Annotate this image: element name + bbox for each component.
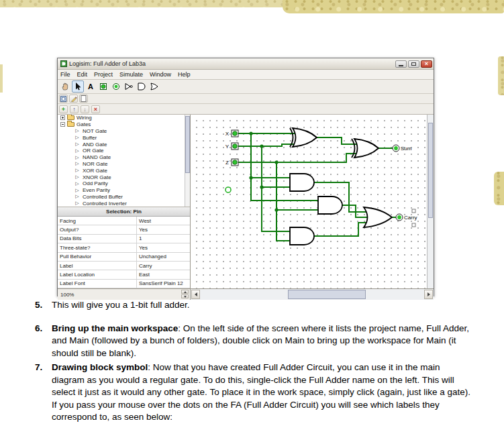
attr-row-label-location[interactable]: Label LocationEast <box>58 270 190 279</box>
maximize-button[interactable] <box>408 60 419 68</box>
circuit-canvas[interactable]: X Y Z Sum Carry <box>191 115 434 288</box>
scroll-left-icon <box>195 292 197 296</box>
tree-scrollbar-thumb[interactable] <box>185 116 190 173</box>
explorer-tree[interactable]: Wiring Gates ▷NOT Gate ▷Buffer ▷AND Gate… <box>58 115 190 207</box>
xor-gate-icon: ▷ <box>74 168 81 173</box>
and-gate-icon <box>137 82 146 91</box>
attr-row-pull-behavior[interactable]: Pull BehaviorUnchanged <box>58 253 190 262</box>
zoom-up-button[interactable] <box>181 290 189 294</box>
attr-row-label-font[interactable]: Label FontSansSerif Plain 12 <box>58 280 190 288</box>
plus-icon: + <box>62 106 65 113</box>
expand-handle-icon[interactable] <box>60 115 65 120</box>
canvas-horizontal-scrollbar[interactable] <box>191 289 434 300</box>
tree-item-xor-gate[interactable]: ▷XOR Gate <box>58 167 190 174</box>
output-pin-tool-button[interactable] <box>110 80 122 93</box>
tree-item-and-gate[interactable]: ▷AND Gate <box>58 141 190 148</box>
or-gate[interactable] <box>364 207 392 227</box>
zoom-control[interactable]: 100% <box>58 289 191 300</box>
not-gate-tool-button[interactable] <box>123 80 135 93</box>
edit-tool-button[interactable] <box>72 80 84 93</box>
or-gate-tool-button[interactable] <box>148 80 160 93</box>
logisim-app-icon <box>60 60 67 67</box>
selection-header: Selection: Pin <box>58 207 190 217</box>
layout-view-button[interactable] <box>59 95 68 103</box>
and-gate-2[interactable] <box>318 197 342 214</box>
minimize-button[interactable] <box>395 60 407 68</box>
add-circuit-button[interactable]: + <box>59 105 68 113</box>
tree-item-controlled-buffer[interactable]: ▷Controlled Buffer <box>58 194 190 201</box>
tree-item-gates[interactable]: Gates <box>58 121 190 128</box>
input-pin-x-value <box>233 131 238 136</box>
tree-item-not-gate[interactable]: ▷NOT Gate <box>58 128 190 135</box>
blank-page-button[interactable] <box>79 95 88 103</box>
tree-item-buffer[interactable]: ▷Buffer <box>58 134 190 141</box>
attr-row-three-state[interactable]: Three-state?Yes <box>58 243 190 252</box>
even-parity-icon: ▷ <box>74 188 81 193</box>
background-texture-right-lower <box>494 172 504 205</box>
scroll-left-button[interactable] <box>191 290 200 299</box>
input-pin-icon <box>99 82 108 91</box>
input-pins[interactable] <box>232 130 238 166</box>
output-label-carry: Carry <box>404 215 417 221</box>
menu-help[interactable]: Help <box>178 71 191 78</box>
tree-scrollbar[interactable] <box>185 115 190 207</box>
attr-row-output[interactable]: Output?Yes <box>58 225 190 234</box>
input-pin-tool-button[interactable] <box>97 80 109 93</box>
and-gate-tool-button[interactable] <box>136 80 148 93</box>
menu-file[interactable]: File <box>60 71 70 78</box>
menu-project[interactable]: Project <box>94 71 113 78</box>
output-pin-icon <box>111 82 121 91</box>
canvas-vertical-scrollbar[interactable] <box>427 115 434 288</box>
text-tool-label: A <box>88 82 93 91</box>
folder-icon <box>67 122 74 127</box>
output-pin-carry-value <box>397 215 401 219</box>
menu-simulate[interactable]: Simulate <box>119 71 143 78</box>
input-label-z: Z <box>225 160 229 166</box>
not-gate-icon <box>124 82 134 91</box>
xor-gate-2[interactable] <box>352 139 379 158</box>
remove-circuit-button[interactable]: × <box>91 105 100 113</box>
attr-row-data-bits[interactable]: Data Bits1 <box>58 235 190 243</box>
tree-item-or-gate[interactable]: ▷OR Gate <box>58 148 190 154</box>
input-label-x: X <box>225 131 230 137</box>
collapse-handle-icon[interactable] <box>60 122 65 127</box>
tree-item-nor-gate[interactable]: ▷NOR Gate <box>58 161 190 168</box>
spinner-down-icon <box>184 296 187 298</box>
xor-gate-1[interactable] <box>290 128 317 147</box>
zoom-down-button[interactable] <box>181 294 189 298</box>
background-texture-left <box>0 64 3 93</box>
tree-item-wiring[interactable]: Wiring <box>58 115 190 121</box>
status-bar: 100% <box>58 288 434 300</box>
tree-item-even-parity[interactable]: ▷Even Parity <box>58 187 190 194</box>
hscroll-thumb[interactable] <box>288 290 366 299</box>
and-gate-icon: ▷ <box>74 142 81 147</box>
close-button[interactable]: × <box>421 60 432 68</box>
move-circuit-up-button[interactable]: ↑ <box>70 105 79 113</box>
title-bar[interactable]: Logisim: Full Adder of Lab3a × <box>58 58 434 70</box>
canvas-vscroll-thumb[interactable] <box>428 123 433 218</box>
unconnected-pin[interactable] <box>225 187 231 192</box>
tree-item-nand-gate[interactable]: ▷NAND Gate <box>58 154 190 161</box>
window-controls: × <box>395 60 432 68</box>
list-text: This will give you a 1-bit full adder. <box>52 299 475 312</box>
appearance-edit-button[interactable] <box>69 95 78 103</box>
attr-row-label[interactable]: LabelCarry <box>58 262 190 270</box>
and-gate-3[interactable] <box>290 227 314 245</box>
and-gate-1[interactable] <box>290 174 314 191</box>
tree-item-xnor-gate[interactable]: ▷XNOR Gate <box>58 174 190 180</box>
text-tool-button[interactable]: A <box>85 80 97 93</box>
menu-window[interactable]: Window <box>150 71 171 78</box>
tree-item-controlled-inverter[interactable]: ▷Controlled Inverter <box>58 200 190 207</box>
attr-row-facing[interactable]: FacingWest <box>58 217 190 225</box>
arrow-up-icon: ↑ <box>72 106 76 113</box>
hand-icon <box>60 82 70 91</box>
buffer-icon: ▷ <box>74 135 81 140</box>
move-circuit-down-button[interactable]: ↓ <box>81 105 89 113</box>
scroll-right-button[interactable] <box>424 290 433 299</box>
menu-edit[interactable]: Edit <box>77 71 88 78</box>
tree-item-odd-parity[interactable]: ▷Odd Parity <box>58 180 190 187</box>
list-number: 6. <box>35 323 52 360</box>
attribute-table: FacingWest Output?Yes Data Bits1 Three-s… <box>58 217 190 288</box>
poke-tool-button[interactable] <box>59 80 71 93</box>
list-item-7: 7. Drawing block symbol: Now that you ha… <box>35 361 475 424</box>
